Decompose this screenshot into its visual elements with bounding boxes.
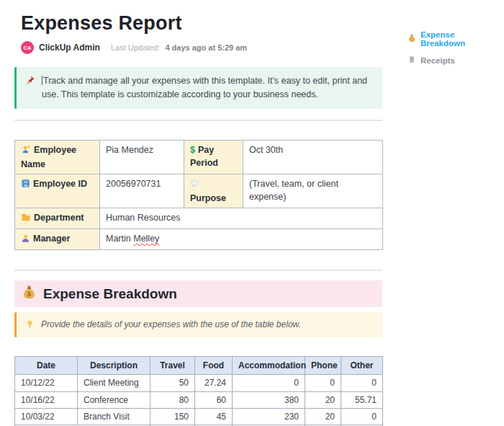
employee-info-table[interactable]: Employee Name Pia Mendez $Pay Period Oct… (14, 140, 383, 251)
cell-phone[interactable]: 20 (305, 408, 341, 425)
last-updated-value: 4 days ago at 5:29 am (165, 43, 247, 52)
cell-accommodation[interactable]: 0 (233, 375, 305, 391)
pay-period-value-cell[interactable]: Oct 30th (243, 140, 383, 174)
dollar-icon: $ (190, 143, 195, 156)
employee-id-label: Employee ID (33, 179, 87, 189)
sidebar-item-receipts[interactable]: Receipts (408, 54, 501, 67)
intro-callout[interactable]: Track and manage all your expenses with … (14, 67, 382, 109)
cell-description[interactable]: Conference (78, 391, 150, 408)
cell-food[interactable]: 45 (195, 408, 233, 425)
employee-name-value-cell[interactable]: Pia Mendez (100, 140, 184, 174)
col-header-food[interactable]: Food (195, 357, 233, 375)
svg-text:34: 34 (24, 184, 27, 187)
divider (14, 270, 382, 271)
document-body: Expenses Report CA ClickUp Admin Last Up… (14, 0, 382, 426)
cell-accommodation[interactable]: 230 (233, 408, 305, 425)
sidebar-item-label: Expense Breakdown (420, 30, 501, 48)
purpose-label-cell[interactable]: Purpose (184, 174, 243, 208)
speech-bubble-icon (190, 179, 199, 192)
intro-callout-text[interactable]: Track and manage all your expenses with … (42, 74, 374, 102)
folder-icon (21, 212, 31, 226)
divider (14, 120, 382, 121)
table-row: Manager Martin Melley (15, 229, 383, 250)
cell-travel[interactable]: 50 (150, 375, 195, 391)
cell-accommodation[interactable]: 380 (233, 391, 305, 408)
table-row: Department Human Resources (15, 208, 383, 229)
byline: CA ClickUp Admin Last Updated: 4 days ag… (21, 41, 382, 54)
sidebar-item-expense-breakdown[interactable]: Expense Breakdown (408, 30, 501, 48)
page-title: Expenses Report (21, 12, 382, 35)
table-row: 1234Employee ID 20056970731 Purpose (Tra… (15, 174, 383, 208)
department-label: Department (34, 213, 84, 223)
table-header-row: Date Description Travel Food Accommodati… (15, 357, 383, 375)
manager-last-name-misspelled: Melley (133, 234, 159, 244)
intro-callout-copy: Track and manage all your expenses with … (42, 76, 367, 99)
cell-description[interactable]: Branch Visit (78, 408, 150, 425)
tip-callout[interactable]: Provide the details of your expenses wit… (14, 312, 382, 337)
cell-description[interactable]: Client Meeting (78, 375, 150, 391)
cell-other[interactable]: 55.71 (341, 391, 383, 408)
cell-phone[interactable]: 0 (305, 375, 341, 391)
department-label-cell[interactable]: Department (15, 208, 100, 229)
col-header-date[interactable]: Date (15, 357, 78, 375)
person-raising-hand-icon (21, 144, 31, 158)
col-header-other[interactable]: Other (341, 357, 383, 375)
cell-date[interactable]: 10/16/22 (15, 391, 78, 408)
document-page: Expenses Report CA ClickUp Admin Last Up… (0, 0, 504, 426)
cell-other[interactable]: 0 (341, 375, 383, 391)
text-caret (42, 76, 42, 85)
purpose-value-cell[interactable]: (Travel, team, or client expense) (243, 174, 383, 208)
money-bag-icon (408, 32, 416, 45)
manager-value-cell[interactable]: Martin Melley (100, 229, 383, 250)
col-header-accommodation[interactable]: Accommodation (233, 357, 305, 375)
col-header-phone[interactable]: Phone (305, 357, 341, 375)
avatar[interactable]: CA (21, 41, 34, 54)
money-bag-icon: $ (22, 285, 37, 303)
table-row: 10/03/22 Branch Visit 150 45 230 20 0 (15, 408, 383, 425)
cell-travel[interactable]: 80 (150, 391, 195, 408)
table-row: 10/12/22 Client Meeting 50 27.24 0 0 0 (15, 375, 383, 391)
cell-date[interactable]: 10/03/22 (15, 408, 78, 425)
manager-label: Manager (33, 234, 70, 244)
light-bulb-icon (25, 319, 35, 332)
manager-label-cell[interactable]: Manager (15, 229, 100, 250)
purpose-label: Purpose (190, 193, 226, 203)
cell-food[interactable]: 27.24 (195, 375, 233, 391)
cell-other[interactable]: 0 (341, 408, 383, 425)
department-value-cell[interactable]: Human Resources (100, 208, 383, 229)
expenses-table[interactable]: Date Description Travel Food Accommodati… (14, 356, 383, 426)
cell-date[interactable]: 10/12/22 (15, 375, 78, 391)
sidebar-item-label: Receipts (420, 56, 455, 65)
col-header-description[interactable]: Description (78, 357, 150, 375)
table-row: 10/16/22 Conference 80 60 380 20 55.71 (15, 391, 383, 408)
cell-travel[interactable]: 150 (150, 408, 195, 425)
pushpin-icon (25, 75, 35, 102)
tip-callout-text[interactable]: Provide the details of your expenses wit… (41, 318, 301, 332)
col-header-travel[interactable]: Travel (150, 357, 195, 375)
last-updated-label: Last Updated: (111, 43, 161, 52)
outline-sidebar: Expense Breakdown Receipts (408, 30, 501, 74)
employee-id-label-cell[interactable]: 1234Employee ID (15, 174, 100, 208)
expense-breakdown-heading: $ Expense Breakdown (14, 280, 382, 307)
id-number-icon: 1234 (21, 179, 30, 192)
author-name[interactable]: ClickUp Admin (39, 43, 100, 53)
employee-id-value-cell[interactable]: 20056970731 (100, 174, 184, 208)
pay-period-label-cell[interactable]: $Pay Period (184, 140, 243, 174)
cell-phone[interactable]: 20 (305, 391, 341, 408)
manager-first-name: Martin (106, 234, 131, 244)
receipt-icon (408, 54, 416, 67)
section-title: Expense Breakdown (43, 286, 177, 302)
table-row: Employee Name Pia Mendez $Pay Period Oct… (15, 140, 383, 174)
cell-food[interactable]: 60 (195, 391, 233, 408)
person-bust-icon (21, 234, 30, 247)
employee-name-label-cell[interactable]: Employee Name (15, 140, 100, 174)
svg-text:$: $ (27, 291, 31, 298)
